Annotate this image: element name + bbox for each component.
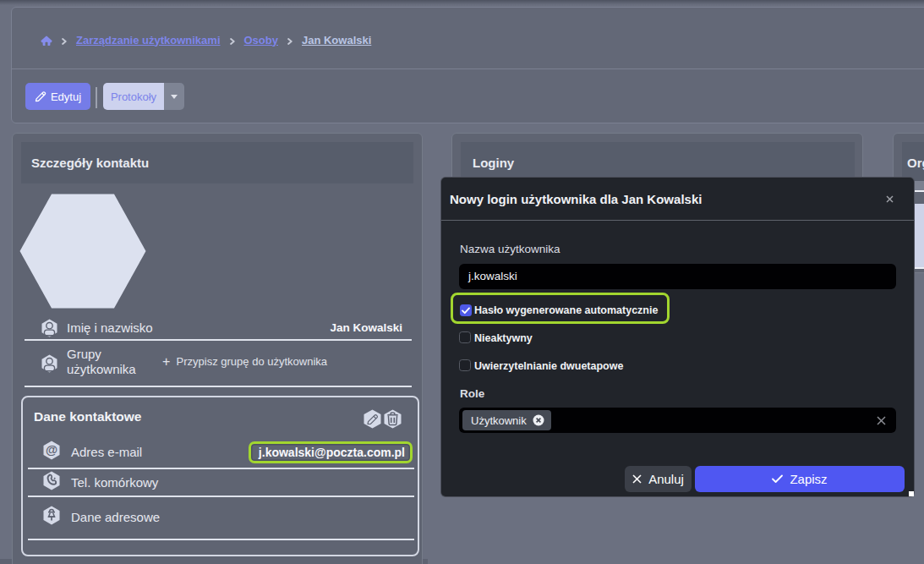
svg-text:@: @ bbox=[46, 443, 57, 457]
